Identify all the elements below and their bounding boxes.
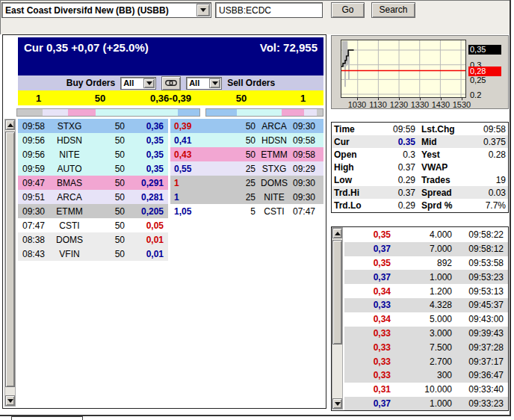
ask-row[interactable]: 1 25 DOMS 09:30	[170, 176, 323, 190]
trade-price: 0,37	[344, 398, 391, 409]
link-filters-button[interactable]	[161, 76, 181, 90]
bid-price: 0,01	[125, 235, 168, 245]
ask-row[interactable]: 1,05 5 CSTI 07:47	[170, 204, 323, 218]
y-tick-label: 0.2	[468, 90, 481, 100]
trade-time: 09:45:37	[452, 300, 508, 310]
bid-row[interactable]: 09:51 ARCA 50 0,281	[18, 190, 168, 204]
trade-row[interactable]: 0,37 7.000 09:58:12	[344, 242, 508, 256]
scrollbar-thumb[interactable]	[332, 240, 342, 345]
ask-size: 25	[208, 192, 256, 203]
trade-price: 0,33	[344, 342, 391, 353]
depth-bar-segment	[317, 109, 323, 116]
trade-row[interactable]: 0,33 2.700 09:37:17	[344, 354, 508, 368]
x-tick-label: 1430	[430, 100, 452, 109]
trade-time: 09:53:58	[452, 258, 508, 268]
bid-market-maker: HDSN	[48, 135, 91, 146]
trade-price: 0,33	[344, 300, 391, 310]
bid-time: 09:47	[18, 178, 48, 188]
trade-row[interactable]: 0,34 1.200 09:53:13	[344, 284, 508, 298]
ask-row[interactable]: 0,39 50 ARCA 09:30	[170, 119, 323, 133]
ask-time: 09:30	[293, 121, 329, 132]
x-tick-mark	[462, 98, 462, 100]
bottom-partial-tab	[11, 416, 83, 420]
quote-value-1: 0.29	[375, 175, 415, 185]
sell-filter-select[interactable]: All	[186, 77, 222, 90]
inside-market-row: 1 50 0,36-0,39 50 1	[18, 90, 323, 105]
quote-label-2: Spread	[415, 188, 465, 198]
trade-time: 09:33:40	[452, 384, 508, 395]
symbol-select[interactable]: East Coast Diversifd New (BB) (USBB)	[1, 2, 211, 18]
trade-row[interactable]: 0,33 300 09:36:47	[344, 368, 508, 383]
bid-row[interactable]: 09:58 STXG 50 0,36	[18, 119, 168, 133]
ask-market-maker: ETMM	[256, 149, 293, 160]
bid-row[interactable]: 09:59 AUTO 50 0,35	[18, 161, 168, 176]
trade-price: 0,34	[344, 286, 391, 297]
ask-row[interactable]: 0,55 25 STXG 09:29	[170, 161, 323, 176]
bid-time: 08:38	[18, 235, 48, 245]
quote-label-2: Sprd %	[415, 200, 465, 211]
trade-row[interactable]: 0,35 892 09:53:58	[344, 256, 508, 271]
buy-filter-select[interactable]: All	[120, 77, 156, 90]
symbol-input[interactable]	[215, 2, 323, 18]
trade-row[interactable]: 0,31 10.000 09:33:40	[344, 383, 508, 397]
quote-value-2: 7.7%	[465, 200, 508, 211]
y-tick-label: 0,25	[468, 75, 486, 85]
bid-row[interactable]: 09:56 NITE 50 0,35	[18, 147, 168, 161]
trade-time: 09:43:00	[452, 314, 508, 324]
ask-row[interactable]: 1 25 NITE 09:30	[170, 190, 323, 204]
order-book-scrollbar[interactable]	[4, 119, 16, 407]
chart-y-axis: 0,350,30,280,250.2	[468, 40, 507, 99]
bid-price: 0,35	[125, 149, 168, 160]
bid-row[interactable]: 08:43 VFIN 50 0,01	[18, 247, 168, 261]
chevron-down-icon[interactable]	[143, 78, 155, 88]
scroll-up-icon[interactable]	[5, 120, 15, 130]
depth-bar-segment	[96, 109, 178, 116]
ask-price: 0,55	[170, 164, 208, 174]
go-button[interactable]: Go	[331, 2, 365, 18]
scroll-up-icon[interactable]	[332, 228, 342, 238]
left-tab-strip: All orders Summary	[4, 22, 7, 34]
trade-row[interactable]: 0,33 7.500 09:37:28	[344, 340, 508, 354]
ask-price: 1	[170, 192, 208, 203]
search-button[interactable]: Search	[371, 2, 415, 18]
bid-time: 09:59	[18, 164, 48, 174]
quote-row: Open 0.3 Yest 0.28	[332, 148, 508, 161]
trading-app-window: East Coast Diversifd New (BB) (USBB) Go …	[0, 0, 514, 420]
ask-row[interactable]: 0,43 50 ETMM 09:58	[170, 147, 323, 161]
scroll-down-icon[interactable]	[5, 395, 15, 406]
spread-range: 0,36-0,39	[141, 93, 200, 104]
ask-order-count: 1	[282, 93, 323, 104]
ask-time: 09:58	[293, 135, 329, 146]
ask-time: 09:58	[293, 149, 329, 160]
bid-row[interactable]: 09:30 ETMM 50 0,205	[18, 204, 168, 218]
bid-row[interactable]: 09:47 BMAS 50 0,291	[18, 176, 168, 190]
chevron-down-icon[interactable]	[196, 4, 210, 16]
trade-quantity: 300	[391, 370, 452, 380]
ask-total-size: 50	[200, 93, 282, 104]
bid-price: 0,291	[125, 178, 168, 188]
bid-price: 0,35	[125, 164, 168, 174]
bid-row[interactable]: 07:47 CSTI 50 0,05	[18, 218, 168, 232]
trade-quantity: 4.328	[391, 300, 452, 310]
trade-row[interactable]: 0,37 1.000 09:33:23	[344, 397, 508, 411]
trade-row[interactable]: 0,37 1.000 09:53:23	[344, 270, 508, 284]
trade-price: 0,33	[344, 370, 391, 380]
trade-row[interactable]: 0,35 4.000 09:58:22	[344, 228, 508, 242]
bid-row[interactable]: 08:38 DOMS 50 0,01	[18, 232, 168, 247]
chevron-down-icon[interactable]	[209, 78, 220, 88]
trade-row[interactable]: 0,33 4.328 09:45:37	[344, 298, 508, 312]
quote-value-2: 0.28	[465, 149, 508, 160]
bid-size: 50	[91, 121, 125, 132]
bid-row[interactable]: 09:56 HDSN 50 0,35	[18, 133, 168, 147]
bid-market-maker: NITE	[48, 149, 91, 160]
trade-row[interactable]: 0,33 3.000 09:39:43	[344, 327, 508, 341]
ask-price: 0,41	[170, 135, 208, 146]
ask-row[interactable]: 0,41 50 HDSN 09:58	[170, 133, 323, 147]
price-chart-panel: 103011301230133014301530 0,350,30,280,25…	[331, 35, 509, 109]
trades-scrollbar[interactable]	[332, 227, 343, 410]
trade-row[interactable]: 0,34 5.000 09:43:00	[344, 312, 508, 327]
scrollbar-thumb[interactable]	[5, 132, 15, 387]
bid-time: 07:47	[18, 220, 48, 231]
trade-time: 09:39:43	[452, 328, 508, 339]
scroll-down-icon[interactable]	[332, 398, 342, 409]
